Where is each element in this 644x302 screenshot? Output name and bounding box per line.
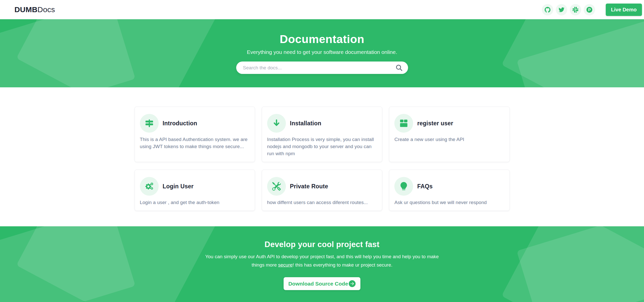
card-title: Installation xyxy=(290,120,321,127)
brand-logo[interactable]: DUMBDocs xyxy=(14,5,55,14)
download-source-label: Download Source Code xyxy=(288,281,348,287)
search-icon xyxy=(396,64,402,71)
card-description: Login a user , and get the auth-token xyxy=(140,199,250,206)
card-description: Installation Process is very simple, you… xyxy=(267,136,377,157)
slack-icon[interactable] xyxy=(570,4,581,15)
twitter-icon[interactable] xyxy=(556,4,567,15)
card-description: how differnt users can access diferent r… xyxy=(267,199,377,206)
gears-icon xyxy=(140,177,159,196)
hero-section: Documentation Everything you need to get… xyxy=(0,19,644,87)
card-private-route[interactable]: Private Route how differnt users can acc… xyxy=(262,170,382,211)
cards-grid: Introduction This is a API based Authent… xyxy=(135,107,510,211)
brand-logo-light: Docs xyxy=(38,5,55,14)
card-header: FAQs xyxy=(394,177,504,196)
card-register-user[interactable]: register user Create a new user using th… xyxy=(389,107,509,162)
docs-section: Introduction This is a API based Authent… xyxy=(0,87,644,211)
cta-text-after: ! this has everything to make ur project… xyxy=(292,262,392,268)
arrow-right-circle-icon xyxy=(349,280,356,287)
card-title: Private Route xyxy=(290,183,328,190)
card-description: This is a API based Authentication syste… xyxy=(140,136,250,150)
search-box xyxy=(236,62,408,74)
social-links xyxy=(542,4,595,15)
card-header: register user xyxy=(394,114,504,133)
page-title: Documentation xyxy=(0,32,644,46)
card-title: Introduction xyxy=(163,120,197,127)
tools-icon xyxy=(267,177,286,196)
card-description: Create a new user using the API xyxy=(394,136,504,143)
github-icon[interactable] xyxy=(542,4,553,15)
navbar-right: Live Demo xyxy=(542,4,642,16)
card-faqs[interactable]: FAQs Ask ur questions but we will never … xyxy=(389,170,509,211)
signpost-icon xyxy=(140,114,159,133)
brand-logo-bold: DUMB xyxy=(14,5,38,14)
card-introduction[interactable]: Introduction This is a API based Authent… xyxy=(135,107,255,162)
secure-link[interactable]: secure xyxy=(278,262,292,268)
card-header: Login User xyxy=(140,177,250,196)
download-source-button[interactable]: Download Source Code xyxy=(284,277,361,290)
download-arrow-icon xyxy=(267,114,286,133)
cta-title: Develop your cool project fast xyxy=(0,240,644,249)
cta-section: Develop your cool project fast You can s… xyxy=(0,226,644,302)
navbar: DUMBDocs Live Demo xyxy=(0,0,644,19)
live-demo-button[interactable]: Live Demo xyxy=(606,4,642,16)
search-input[interactable] xyxy=(236,62,408,74)
card-title: Login User xyxy=(163,183,194,190)
card-header: Private Route xyxy=(267,177,377,196)
lightbulb-icon xyxy=(394,177,413,196)
card-description: Ask ur questions but we will never respo… xyxy=(394,199,504,206)
cta-paragraph: You can simply use our Auth API to devel… xyxy=(205,253,439,269)
card-title: FAQs xyxy=(417,183,433,190)
card-title: register user xyxy=(417,120,453,127)
product-hunt-icon[interactable] xyxy=(584,4,595,15)
card-login-user[interactable]: Login User Login a user , and get the au… xyxy=(135,170,255,211)
card-header: Introduction xyxy=(140,114,250,133)
card-installation[interactable]: Installation Installation Process is ver… xyxy=(262,107,382,162)
card-header: Installation xyxy=(267,114,377,133)
box-icon xyxy=(394,114,413,133)
page-subtitle: Everything you need to get your software… xyxy=(0,49,644,55)
